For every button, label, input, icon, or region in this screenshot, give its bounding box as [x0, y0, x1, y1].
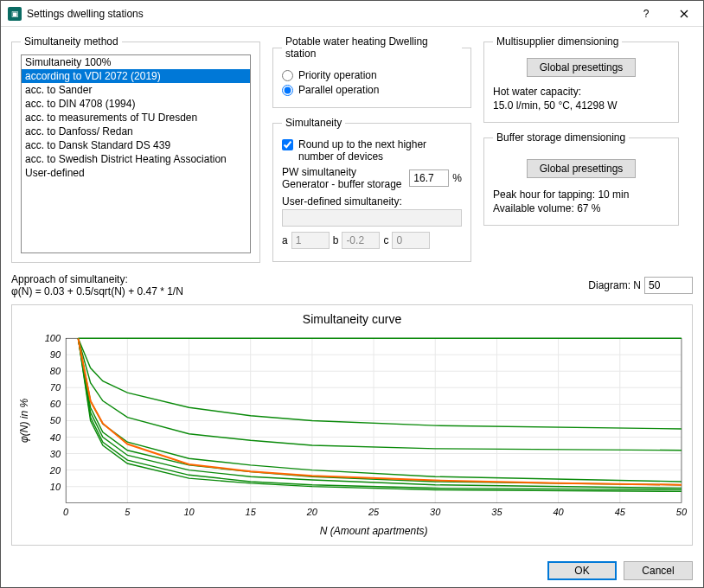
svg-text:30: 30 — [50, 449, 61, 459]
dialog-window: ▣ Settings dwelling stations ? Simultane… — [0, 0, 704, 588]
svg-text:90: 90 — [50, 349, 61, 360]
svg-text:10: 10 — [183, 507, 195, 517]
svg-text:25: 25 — [368, 507, 380, 517]
pw-label-1: PW simultaneity — [282, 166, 406, 178]
method-item[interactable]: acc. to measurements of TU Dresden — [22, 111, 250, 125]
cancel-button[interactable]: Cancel — [624, 561, 693, 580]
pw-value-input[interactable] — [409, 169, 449, 187]
diagram-n-input[interactable] — [644, 277, 693, 294]
help-button[interactable]: ? — [627, 1, 665, 27]
user-simul-input — [282, 209, 462, 227]
multi-presettings-button[interactable]: Global presettings — [527, 58, 637, 77]
app-icon: ▣ — [8, 7, 22, 21]
method-item[interactable]: acc. to Sander — [22, 83, 250, 97]
coef-a-label: a — [282, 234, 288, 246]
parallel-label: Parallel operation — [298, 84, 379, 96]
multisupplier-group: Multisupplier dimensioning Global preset… — [483, 35, 679, 123]
titlebar: ▣ Settings dwelling stations ? — [1, 1, 703, 27]
svg-text:80: 80 — [50, 366, 61, 376]
multisupplier-legend: Multisupplier dimensioning — [493, 35, 622, 48]
window-title: Settings dwelling stations — [27, 8, 627, 20]
method-item[interactable]: according to VDI 2072 (2019) — [22, 69, 250, 83]
parallel-radio-input[interactable] — [282, 85, 293, 96]
method-item[interactable]: User-defined — [22, 166, 250, 180]
simultaneity-method-legend: Simultaneity method — [21, 35, 122, 48]
method-item[interactable]: acc. to DIN 4708 (1994) — [22, 97, 250, 111]
svg-text:5: 5 — [125, 507, 131, 517]
svg-text:20: 20 — [49, 465, 61, 476]
buffer-group: Buffer storage dimensioning Global prese… — [483, 131, 679, 226]
coef-c-input: 0 — [392, 232, 430, 249]
svg-text:30: 30 — [430, 507, 441, 517]
svg-text:20: 20 — [306, 507, 318, 517]
priority-operation-radio[interactable]: Priority operation — [282, 69, 462, 81]
svg-text:40: 40 — [553, 507, 564, 517]
method-item[interactable]: acc. to Danfoss/ Redan — [22, 125, 250, 138]
round-check-input[interactable] — [282, 139, 293, 150]
heating-group: Potable water heating Dwelling station P… — [272, 35, 471, 108]
buffer-presettings-button[interactable]: Global presettings — [527, 159, 637, 178]
pw-unit: % — [452, 172, 462, 184]
close-button[interactable] — [665, 1, 703, 27]
capacity-value: 15.0 l/min, 50 °C, 41298 W — [493, 99, 669, 112]
svg-text:50: 50 — [50, 415, 61, 425]
simultaneity-method-group: Simultaneity method Simultaneity 100%acc… — [11, 35, 260, 263]
simultaneity-legend: Simultaneity — [282, 117, 345, 129]
svg-text:0: 0 — [63, 507, 69, 517]
svg-text:45: 45 — [615, 507, 626, 517]
coef-b-label: b — [333, 234, 339, 246]
priority-radio-input[interactable] — [282, 70, 293, 81]
approach-label: Approach of simultaneity: — [11, 273, 183, 285]
svg-text:N (Amount apartments): N (Amount apartments) — [320, 525, 428, 537]
chart-title: Simultaneity curve — [14, 307, 690, 328]
round-label: Round up to the next higher number of de… — [298, 138, 462, 163]
buffer-legend: Buffer storage dimensioning — [493, 131, 629, 144]
approach-formula: φ(N) = 0.03 + 0.5/sqrt(N) + 0.47 * 1/N — [11, 285, 183, 297]
round-up-checkbox[interactable]: Round up to the next higher number of de… — [282, 138, 462, 163]
diagram-n-label: Diagram: N — [588, 279, 641, 291]
svg-text:70: 70 — [50, 382, 61, 393]
svg-text:40: 40 — [50, 432, 61, 443]
method-item[interactable]: Simultaneity 100% — [22, 55, 250, 69]
ok-button[interactable]: OK — [547, 561, 617, 580]
user-simul-label: User-defined simultaneity: — [282, 195, 462, 208]
coef-a-input: 1 — [291, 232, 330, 249]
svg-text:35: 35 — [491, 507, 502, 517]
svg-text:100: 100 — [45, 333, 61, 343]
method-item[interactable]: acc. to Swedish District Heating Associa… — [22, 152, 250, 166]
coef-b-input: -0.2 — [342, 232, 380, 249]
method-item[interactable]: acc. to Dansk Standard DS 439 — [22, 138, 250, 152]
simultaneity-chart: 0510152025303540455010203040506070809010… — [14, 328, 690, 543]
pw-label-2: Generator - buffer storage — [282, 178, 406, 190]
svg-text:10: 10 — [50, 482, 61, 492]
parallel-operation-radio[interactable]: Parallel operation — [282, 84, 462, 96]
capacity-label: Hot water capacity: — [493, 86, 669, 98]
peak-label: Peak hour for tapping: 10 min — [493, 189, 669, 201]
svg-text:50: 50 — [676, 507, 688, 517]
chart-container: Simultaneity curve 051015202530354045501… — [11, 304, 693, 546]
priority-label: Priority operation — [298, 69, 377, 81]
simultaneity-method-list[interactable]: Simultaneity 100%according to VDI 2072 (… — [21, 54, 251, 253]
svg-text:φ(N) in %: φ(N) in % — [18, 399, 30, 444]
simultaneity-group: Simultaneity Round up to the next higher… — [272, 117, 471, 262]
avail-label: Available volume: 67 % — [493, 202, 669, 214]
svg-text:60: 60 — [50, 399, 61, 409]
svg-text:15: 15 — [246, 507, 257, 517]
heating-legend: Potable water heating Dwelling station — [282, 35, 462, 60]
coef-c-label: c — [383, 234, 388, 246]
